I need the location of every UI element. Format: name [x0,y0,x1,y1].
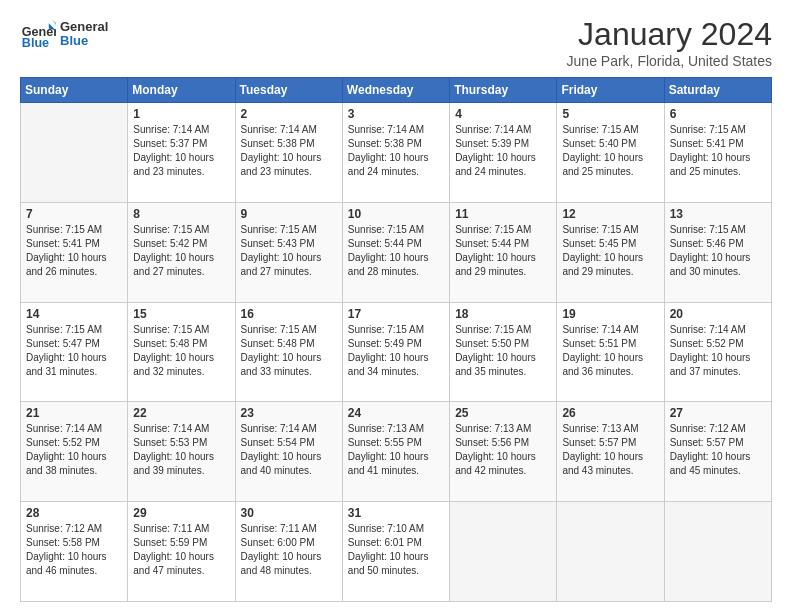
calendar-cell: 29Sunrise: 7:11 AMSunset: 5:59 PMDayligh… [128,502,235,602]
day-detail: Sunrise: 7:15 AMSunset: 5:50 PMDaylight:… [455,323,551,379]
calendar-cell: 17Sunrise: 7:15 AMSunset: 5:49 PMDayligh… [342,302,449,402]
calendar-cell: 11Sunrise: 7:15 AMSunset: 5:44 PMDayligh… [450,202,557,302]
day-detail: Sunrise: 7:15 AMSunset: 5:48 PMDaylight:… [133,323,229,379]
day-detail: Sunrise: 7:14 AMSunset: 5:37 PMDaylight:… [133,123,229,179]
day-number: 10 [348,207,444,221]
calendar-week-row: 28Sunrise: 7:12 AMSunset: 5:58 PMDayligh… [21,502,772,602]
calendar-cell [450,502,557,602]
day-detail: Sunrise: 7:15 AMSunset: 5:41 PMDaylight:… [670,123,766,179]
calendar-cell: 25Sunrise: 7:13 AMSunset: 5:56 PMDayligh… [450,402,557,502]
calendar-cell: 27Sunrise: 7:12 AMSunset: 5:57 PMDayligh… [664,402,771,502]
day-number: 11 [455,207,551,221]
calendar-table: SundayMondayTuesdayWednesdayThursdayFrid… [20,77,772,602]
svg-text:Blue: Blue [22,36,49,50]
calendar-cell: 8Sunrise: 7:15 AMSunset: 5:42 PMDaylight… [128,202,235,302]
day-detail: Sunrise: 7:15 AMSunset: 5:49 PMDaylight:… [348,323,444,379]
day-detail: Sunrise: 7:15 AMSunset: 5:48 PMDaylight:… [241,323,337,379]
day-number: 17 [348,307,444,321]
day-detail: Sunrise: 7:13 AMSunset: 5:56 PMDaylight:… [455,422,551,478]
calendar-cell: 4Sunrise: 7:14 AMSunset: 5:39 PMDaylight… [450,103,557,203]
calendar-cell: 12Sunrise: 7:15 AMSunset: 5:45 PMDayligh… [557,202,664,302]
calendar-cell: 22Sunrise: 7:14 AMSunset: 5:53 PMDayligh… [128,402,235,502]
calendar-cell: 20Sunrise: 7:14 AMSunset: 5:52 PMDayligh… [664,302,771,402]
logo: General Blue General Blue [20,16,108,52]
header: General Blue General Blue January 2024 J… [20,16,772,69]
day-number: 2 [241,107,337,121]
day-number: 16 [241,307,337,321]
day-number: 8 [133,207,229,221]
day-number: 28 [26,506,122,520]
day-detail: Sunrise: 7:14 AMSunset: 5:38 PMDaylight:… [348,123,444,179]
logo-general: General [60,20,108,34]
calendar-cell: 2Sunrise: 7:14 AMSunset: 5:38 PMDaylight… [235,103,342,203]
calendar-cell: 19Sunrise: 7:14 AMSunset: 5:51 PMDayligh… [557,302,664,402]
day-detail: Sunrise: 7:14 AMSunset: 5:51 PMDaylight:… [562,323,658,379]
calendar-cell: 31Sunrise: 7:10 AMSunset: 6:01 PMDayligh… [342,502,449,602]
day-number: 12 [562,207,658,221]
calendar-header-wednesday: Wednesday [342,78,449,103]
day-number: 25 [455,406,551,420]
day-number: 6 [670,107,766,121]
day-number: 13 [670,207,766,221]
calendar-header-sunday: Sunday [21,78,128,103]
calendar-cell: 3Sunrise: 7:14 AMSunset: 5:38 PMDaylight… [342,103,449,203]
day-detail: Sunrise: 7:12 AMSunset: 5:58 PMDaylight:… [26,522,122,578]
month-title: January 2024 [567,16,772,53]
day-detail: Sunrise: 7:15 AMSunset: 5:44 PMDaylight:… [348,223,444,279]
day-number: 24 [348,406,444,420]
calendar-header-saturday: Saturday [664,78,771,103]
calendar-header-row: SundayMondayTuesdayWednesdayThursdayFrid… [21,78,772,103]
day-detail: Sunrise: 7:14 AMSunset: 5:39 PMDaylight:… [455,123,551,179]
calendar-cell: 7Sunrise: 7:15 AMSunset: 5:41 PMDaylight… [21,202,128,302]
day-detail: Sunrise: 7:15 AMSunset: 5:45 PMDaylight:… [562,223,658,279]
day-number: 29 [133,506,229,520]
day-number: 3 [348,107,444,121]
day-number: 4 [455,107,551,121]
calendar-cell: 21Sunrise: 7:14 AMSunset: 5:52 PMDayligh… [21,402,128,502]
day-detail: Sunrise: 7:14 AMSunset: 5:52 PMDaylight:… [26,422,122,478]
day-number: 9 [241,207,337,221]
calendar-cell: 5Sunrise: 7:15 AMSunset: 5:40 PMDaylight… [557,103,664,203]
day-detail: Sunrise: 7:15 AMSunset: 5:42 PMDaylight:… [133,223,229,279]
calendar-header-thursday: Thursday [450,78,557,103]
title-block: January 2024 June Park, Florida, United … [567,16,772,69]
day-detail: Sunrise: 7:14 AMSunset: 5:53 PMDaylight:… [133,422,229,478]
location: June Park, Florida, United States [567,53,772,69]
day-detail: Sunrise: 7:14 AMSunset: 5:38 PMDaylight:… [241,123,337,179]
day-number: 19 [562,307,658,321]
day-number: 21 [26,406,122,420]
calendar-week-row: 21Sunrise: 7:14 AMSunset: 5:52 PMDayligh… [21,402,772,502]
calendar-cell: 30Sunrise: 7:11 AMSunset: 6:00 PMDayligh… [235,502,342,602]
page: General Blue General Blue January 2024 J… [0,0,792,612]
calendar-cell: 28Sunrise: 7:12 AMSunset: 5:58 PMDayligh… [21,502,128,602]
day-detail: Sunrise: 7:13 AMSunset: 5:55 PMDaylight:… [348,422,444,478]
day-detail: Sunrise: 7:15 AMSunset: 5:41 PMDaylight:… [26,223,122,279]
day-number: 14 [26,307,122,321]
day-detail: Sunrise: 7:14 AMSunset: 5:52 PMDaylight:… [670,323,766,379]
day-number: 1 [133,107,229,121]
day-number: 18 [455,307,551,321]
day-detail: Sunrise: 7:15 AMSunset: 5:47 PMDaylight:… [26,323,122,379]
calendar-cell: 24Sunrise: 7:13 AMSunset: 5:55 PMDayligh… [342,402,449,502]
day-detail: Sunrise: 7:11 AMSunset: 6:00 PMDaylight:… [241,522,337,578]
day-number: 20 [670,307,766,321]
logo-icon: General Blue [20,16,56,52]
calendar-week-row: 14Sunrise: 7:15 AMSunset: 5:47 PMDayligh… [21,302,772,402]
day-detail: Sunrise: 7:15 AMSunset: 5:46 PMDaylight:… [670,223,766,279]
day-detail: Sunrise: 7:12 AMSunset: 5:57 PMDaylight:… [670,422,766,478]
day-number: 27 [670,406,766,420]
calendar-cell [557,502,664,602]
day-number: 7 [26,207,122,221]
calendar-cell: 15Sunrise: 7:15 AMSunset: 5:48 PMDayligh… [128,302,235,402]
day-detail: Sunrise: 7:14 AMSunset: 5:54 PMDaylight:… [241,422,337,478]
day-number: 5 [562,107,658,121]
calendar-cell: 23Sunrise: 7:14 AMSunset: 5:54 PMDayligh… [235,402,342,502]
day-detail: Sunrise: 7:11 AMSunset: 5:59 PMDaylight:… [133,522,229,578]
logo-blue: Blue [60,34,108,48]
calendar-cell [664,502,771,602]
day-number: 23 [241,406,337,420]
day-number: 15 [133,307,229,321]
day-detail: Sunrise: 7:15 AMSunset: 5:40 PMDaylight:… [562,123,658,179]
calendar-cell: 13Sunrise: 7:15 AMSunset: 5:46 PMDayligh… [664,202,771,302]
calendar-header-monday: Monday [128,78,235,103]
